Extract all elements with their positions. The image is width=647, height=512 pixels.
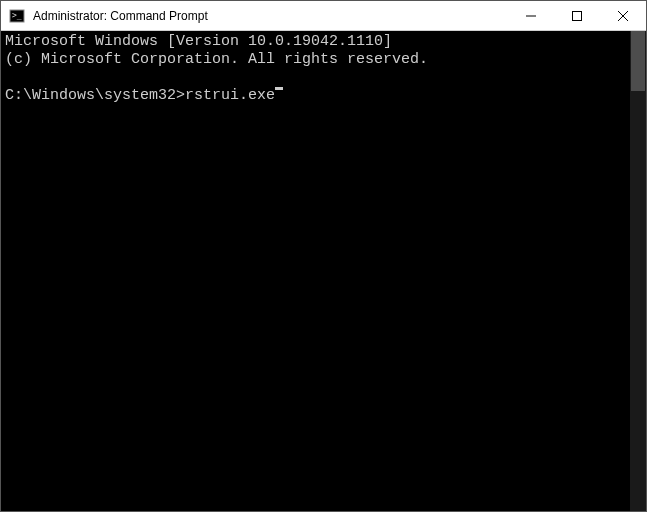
scrollbar-track[interactable] bbox=[630, 31, 646, 511]
titlebar[interactable]: >_ Administrator: Command Prompt bbox=[1, 1, 646, 31]
maximize-icon bbox=[572, 11, 582, 21]
terminal-copyright-line: (c) Microsoft Corporation. All rights re… bbox=[5, 51, 428, 68]
close-icon bbox=[618, 11, 628, 21]
terminal-cursor bbox=[275, 87, 283, 90]
maximize-button[interactable] bbox=[554, 1, 600, 30]
command-prompt-window: >_ Administrator: Command Prompt bbox=[0, 0, 647, 512]
close-button[interactable] bbox=[600, 1, 646, 30]
terminal-area[interactable]: Microsoft Windows [Version 10.0.19042.11… bbox=[1, 31, 646, 511]
terminal-version-line: Microsoft Windows [Version 10.0.19042.11… bbox=[5, 33, 392, 50]
terminal-prompt: C:\Windows\system32> bbox=[5, 87, 185, 105]
terminal-content: Microsoft Windows [Version 10.0.19042.11… bbox=[1, 31, 630, 107]
vertical-scrollbar[interactable] bbox=[630, 31, 646, 511]
window-title: Administrator: Command Prompt bbox=[33, 9, 508, 23]
window-controls bbox=[508, 1, 646, 30]
svg-rect-3 bbox=[573, 11, 582, 20]
scrollbar-thumb[interactable] bbox=[631, 31, 645, 91]
minimize-icon bbox=[526, 11, 536, 21]
minimize-button[interactable] bbox=[508, 1, 554, 30]
svg-text:>_: >_ bbox=[12, 11, 22, 20]
command-prompt-icon: >_ bbox=[7, 6, 27, 26]
terminal-command: rstrui.exe bbox=[185, 87, 275, 105]
